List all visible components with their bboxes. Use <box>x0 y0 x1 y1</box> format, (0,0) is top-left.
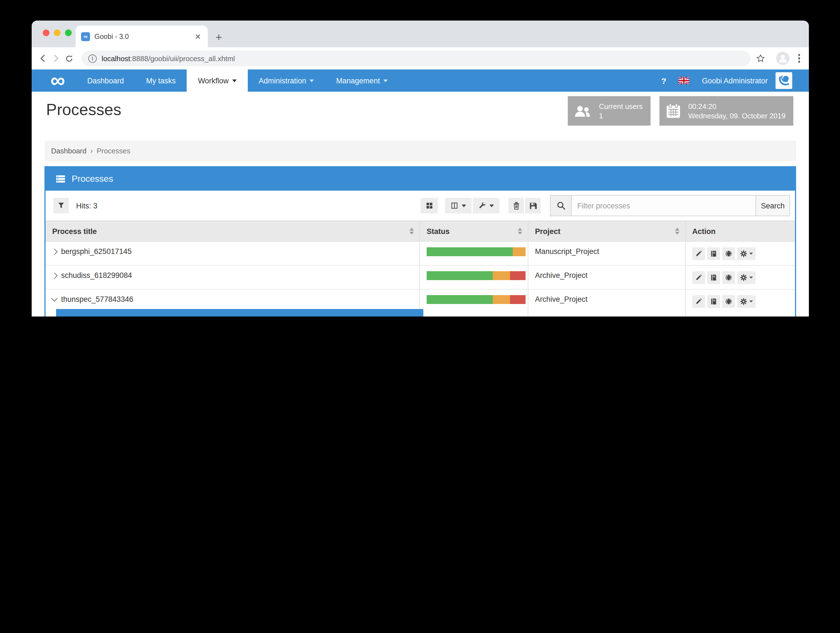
site-info-icon[interactable]: i <box>88 54 97 63</box>
forward-icon[interactable] <box>52 54 65 63</box>
clock-time: 00:24:20 <box>688 101 786 111</box>
export-globe-icon[interactable] <box>722 271 735 284</box>
settings-gear-dropdown[interactable] <box>737 295 756 308</box>
browser-toolbar: i localhost:8888/goobi/uii/process_all.x… <box>32 47 809 70</box>
nav-item-workflow[interactable]: Workflow <box>187 70 248 92</box>
row-actions <box>692 247 795 260</box>
collapse-row-icon[interactable] <box>51 295 58 302</box>
column-header-project[interactable]: Project <box>528 221 685 241</box>
datetime-box: 00:24:20 Wednesday, 09. October 2019 <box>660 96 793 126</box>
search-button[interactable]: Search <box>756 195 790 216</box>
search-group: Search <box>550 195 790 216</box>
column-header-process-title[interactable]: Process title <box>46 221 420 241</box>
export-globe-icon[interactable] <box>722 295 735 308</box>
browser-menu-icon[interactable] <box>796 54 802 63</box>
processes-table: Process title Status Project Action berg… <box>46 221 795 316</box>
edit-icon[interactable] <box>692 295 705 308</box>
screenshot-stage: ∞ Goobi - 3.0 ✕ + i localhost:8888/goobi… <box>0 0 840 316</box>
chevron-down-icon <box>749 277 753 280</box>
new-tab-button[interactable]: + <box>216 32 222 43</box>
columns-dropdown-button[interactable] <box>445 198 472 214</box>
expand-row-icon[interactable] <box>51 249 58 255</box>
status-progressbar <box>427 247 526 256</box>
minimize-window-button[interactable] <box>54 30 60 36</box>
chevron-down-icon <box>749 301 753 304</box>
table-row: schudiss_618299084 Archive_Project <box>46 265 795 289</box>
current-users-value: 1 <box>599 111 643 120</box>
processes-table-body: bergsphi_625017145 Manuscript_Project <box>46 241 795 316</box>
processes-panel-title: Processes <box>72 174 113 184</box>
nav-item-dashboard[interactable]: Dashboard <box>76 70 135 92</box>
sort-icon[interactable] <box>409 226 414 237</box>
browser-window: ∞ Goobi - 3.0 ✕ + i localhost:8888/goobi… <box>32 21 809 316</box>
tab-close-icon[interactable]: ✕ <box>194 32 202 41</box>
help-button[interactable]: ? <box>654 76 674 85</box>
address-bar[interactable]: i localhost:8888/goobi/uii/process_all.x… <box>82 51 750 66</box>
sort-icon[interactable] <box>675 226 679 237</box>
search-input[interactable] <box>571 195 756 216</box>
tools-dropdown-button[interactable] <box>473 198 499 214</box>
status-progressbar <box>427 271 526 280</box>
chevron-down-icon <box>489 204 494 209</box>
chevron-down-icon <box>749 253 753 256</box>
browser-profile-avatar[interactable] <box>776 52 789 65</box>
metadata-book-icon[interactable] <box>707 295 720 308</box>
process-title[interactable]: bergsphi_625017145 <box>61 247 132 256</box>
window-controls[interactable] <box>43 30 72 36</box>
edit-icon[interactable] <box>692 271 705 284</box>
favicon: ∞ <box>81 32 90 41</box>
process-title[interactable]: schudiss_618299084 <box>61 271 132 280</box>
info-boxes: Current users 1 00:24:20 Wednesday, 09. … <box>568 96 793 126</box>
browser-tab[interactable]: ∞ Goobi - 3.0 ✕ <box>76 25 208 47</box>
details-panel-header: Details <box>57 310 422 316</box>
delete-button[interactable] <box>508 198 524 214</box>
calendar-icon <box>665 103 682 119</box>
goobi-logo[interactable]: ∞ <box>39 70 76 92</box>
project-name: Archive_Project <box>528 266 685 289</box>
settings-gear-dropdown[interactable] <box>737 271 756 284</box>
tab-strip: ∞ Goobi - 3.0 ✕ + <box>32 21 809 47</box>
back-icon[interactable] <box>38 54 52 63</box>
nav-item-my-tasks[interactable]: My tasks <box>135 70 187 92</box>
metadata-book-icon[interactable] <box>707 247 720 260</box>
save-button[interactable] <box>525 198 540 214</box>
grid-view-button[interactable] <box>420 198 438 214</box>
reload-icon[interactable] <box>65 54 78 63</box>
breadcrumb-dashboard[interactable]: Dashboard <box>51 147 86 155</box>
column-header-status[interactable]: Status <box>420 221 528 241</box>
column-header-action: Action <box>685 221 795 241</box>
chevron-down-icon <box>309 79 314 84</box>
breadcrumb-processes: Processes <box>97 147 130 155</box>
settings-gear-dropdown[interactable] <box>737 247 756 260</box>
export-globe-icon[interactable] <box>722 247 735 260</box>
metadata-book-icon[interactable] <box>707 271 720 284</box>
sort-icon[interactable] <box>518 226 522 237</box>
processes-panel-header: Processes <box>46 167 795 191</box>
bookmark-star-icon[interactable] <box>756 54 769 63</box>
page-content: Processes Current users 1 00:24:20 Wedne… <box>32 92 809 316</box>
process-title[interactable]: thunspec_577843346 <box>61 295 133 304</box>
breadcrumb: Dashboard › Processes <box>44 141 796 161</box>
current-users-box: Current users 1 <box>568 96 651 126</box>
expand-row-icon[interactable] <box>51 272 58 279</box>
chevron-down-icon <box>462 204 466 209</box>
row-actions <box>692 295 795 308</box>
page-header: Processes Current users 1 00:24:20 Wedne… <box>32 92 809 141</box>
table-row-expanded: thunspec_577843346 Details <box>46 289 795 316</box>
close-window-button[interactable] <box>43 30 49 36</box>
zoom-window-button[interactable] <box>65 30 72 36</box>
current-users-label: Current users <box>599 101 643 111</box>
status-progressbar <box>427 295 526 304</box>
app-navbar: ∞ Dashboard My tasks Workflow Administra… <box>32 70 809 92</box>
table-row: bergsphi_625017145 Manuscript_Project <box>46 241 795 265</box>
processes-panel: Processes Hits: 3 Search <box>44 166 796 316</box>
nav-item-management[interactable]: Management <box>325 70 399 92</box>
processes-toolbar: Hits: 3 Search <box>46 191 795 221</box>
language-flag-icon[interactable] <box>679 77 690 84</box>
toolbar-right: Search <box>420 195 790 216</box>
filter-button[interactable] <box>53 198 69 214</box>
hits-count: Hits: 3 <box>76 201 98 210</box>
nav-item-administration[interactable]: Administration <box>248 70 325 92</box>
user-menu[interactable]: Goobi Administrator <box>694 76 775 85</box>
edit-icon[interactable] <box>692 247 705 260</box>
